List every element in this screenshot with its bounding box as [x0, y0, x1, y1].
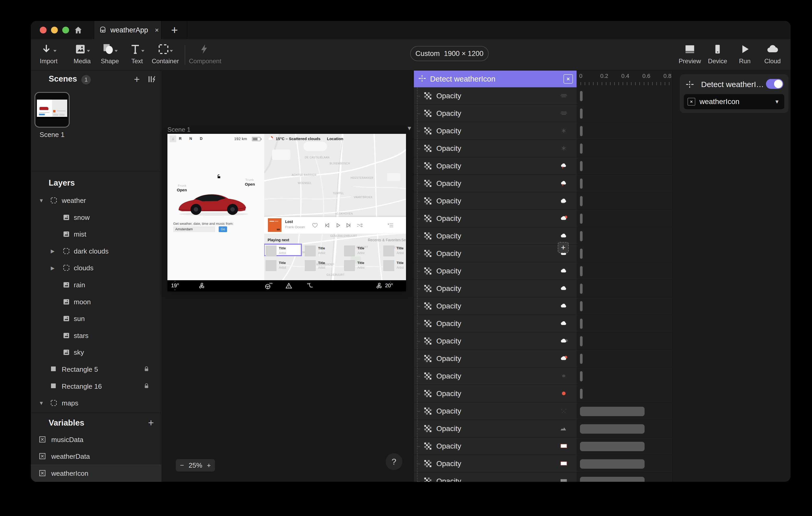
opacity-row[interactable]: Opacity: [414, 315, 577, 333]
opacity-row[interactable]: Opacity: [414, 210, 577, 227]
opacity-row[interactable]: Opacity: [414, 402, 577, 420]
keyframe-marker[interactable]: [580, 249, 583, 259]
opacity-row[interactable]: Opacity: [414, 140, 577, 157]
opacity-row[interactable]: Opacity: [414, 175, 577, 192]
keyframe-marker[interactable]: [580, 109, 583, 119]
canvas-area[interactable]: Scene 1 ♫ R N D 192 km: [162, 70, 413, 482]
opacity-row[interactable]: Opacity: [414, 227, 577, 245]
keyframe-marker[interactable]: [580, 336, 583, 346]
add-keyframe-button[interactable]: +: [558, 242, 569, 253]
timeline-track[interactable]: [577, 367, 672, 385]
variable-row-weatherIcon[interactable]: weatherIcon: [31, 465, 161, 482]
keyframe-marker[interactable]: [580, 161, 583, 171]
song-card[interactable]: TitleArtist: [304, 259, 342, 272]
keyframe-marker[interactable]: [580, 231, 583, 241]
keyframe-marker[interactable]: [580, 318, 583, 329]
opacity-row[interactable]: Opacity: [414, 333, 577, 350]
timeline-value-bar[interactable]: [580, 459, 645, 469]
minimize-window-button[interactable]: [51, 27, 58, 33]
keyframe-marker[interactable]: [580, 196, 583, 206]
zoom-window-button[interactable]: [62, 27, 69, 33]
trigger-variable-icon[interactable]: [563, 74, 573, 84]
shape-tool-button[interactable]: Shape: [94, 42, 125, 68]
temp-right[interactable]: 20°: [385, 282, 393, 289]
fan-icon-right[interactable]: [375, 282, 382, 291]
fan-icon[interactable]: [198, 282, 205, 291]
timeline-track[interactable]: [577, 298, 672, 315]
close-window-button[interactable]: [40, 27, 47, 33]
zoom-out-button[interactable]: −: [180, 461, 184, 469]
city-input[interactable]: Amsterdam: [173, 226, 215, 232]
opacity-row[interactable]: Opacity: [414, 122, 577, 140]
warning-icon[interactable]: [285, 282, 292, 291]
opacity-row[interactable]: Opacity: [414, 157, 577, 175]
help-button[interactable]: ?: [385, 453, 402, 470]
opacity-row[interactable]: Opacity: [414, 455, 577, 473]
keyframe-marker[interactable]: [580, 214, 583, 224]
timeline-track[interactable]: [577, 87, 672, 105]
song-card[interactable]: TitleArtist: [343, 259, 381, 272]
timeline-track[interactable]: [577, 385, 672, 402]
song-card[interactable]: TitleArtist: [265, 259, 303, 272]
scene-canvas-label[interactable]: Scene 1: [167, 126, 191, 133]
timeline-track[interactable]: [577, 473, 672, 482]
canvas-size-selector[interactable]: Custom 1900 × 1200: [410, 46, 489, 61]
keyframe-marker[interactable]: [580, 354, 583, 364]
variable-row-musicData[interactable]: musicData: [31, 431, 161, 448]
song-card[interactable]: TitleArtist: [382, 259, 406, 272]
timeline-track[interactable]: [577, 263, 672, 280]
opacity-row[interactable]: Opacity: [414, 437, 577, 455]
seat-heat-icon[interactable]: [306, 282, 314, 291]
preview-button[interactable]: Preview: [674, 42, 705, 68]
opacity-row[interactable]: Opacity: [414, 263, 577, 280]
keyframe-marker[interactable]: [580, 371, 583, 382]
song-card[interactable]: TitleArtist: [264, 244, 302, 256]
new-tab-button[interactable]: +: [162, 21, 187, 39]
opacity-row[interactable]: Opacity: [414, 280, 577, 298]
opacity-row[interactable]: Opacity: [414, 192, 577, 210]
song-card[interactable]: TitleArtist: [304, 245, 342, 257]
prototype-mockup[interactable]: ♫ R N D 192 km: [167, 134, 406, 292]
opacity-row[interactable]: Opacity: [414, 420, 577, 437]
timeline-track[interactable]: [577, 157, 672, 175]
keyframe-marker[interactable]: [580, 179, 583, 189]
opacity-row[interactable]: Opacity: [414, 473, 577, 482]
keyframe-marker[interactable]: [580, 126, 583, 136]
container-tool-button[interactable]: Container: [150, 42, 181, 68]
keyframe-marker[interactable]: [580, 144, 583, 154]
zoom-level[interactable]: 25%: [188, 461, 202, 469]
keyframe-marker[interactable]: [580, 389, 583, 399]
device-button[interactable]: Device: [702, 42, 733, 68]
steering-heat-icon[interactable]: [265, 282, 272, 291]
song-card[interactable]: TitleArtist: [382, 245, 406, 257]
temp-down-chevron[interactable]: ⌄: [174, 287, 176, 291]
timeline-track[interactable]: [577, 105, 672, 122]
opacity-row[interactable]: Opacity: [414, 385, 577, 402]
tab-weatherapp[interactable]: weatherApp ×: [94, 21, 162, 39]
media-tool-button[interactable]: Media: [66, 42, 98, 68]
song-card[interactable]: TitleArtist: [343, 245, 381, 257]
timeline-track[interactable]: [577, 280, 672, 298]
timeline-track[interactable]: [577, 333, 672, 350]
opacity-row[interactable]: Opacity: [414, 105, 577, 122]
opacity-row[interactable]: Opacity: [414, 245, 577, 263]
keyframe-marker[interactable]: [580, 266, 583, 276]
timeline-value-bar[interactable]: [580, 442, 645, 451]
tab-close-icon[interactable]: ×: [155, 26, 159, 34]
timeline-track[interactable]: [577, 420, 672, 437]
timeline-track[interactable]: [577, 140, 672, 157]
timeline-track[interactable]: [577, 175, 672, 192]
variable-row-weatherData[interactable]: weatherData: [31, 448, 161, 465]
opacity-row[interactable]: Opacity: [414, 298, 577, 315]
trigger-collapse-icon[interactable]: ▼: [407, 125, 412, 132]
keyframe-marker[interactable]: [580, 301, 583, 311]
timeline-value-bar[interactable]: [580, 477, 645, 482]
timeline-value-bar[interactable]: [580, 424, 645, 434]
timeline-track[interactable]: [577, 122, 672, 140]
timeline-track[interactable]: [577, 402, 672, 420]
timeline-track[interactable]: [577, 245, 672, 263]
variable-dropdown[interactable]: weatherIcon ▼: [684, 94, 784, 109]
run-button[interactable]: Run: [729, 42, 760, 68]
zoom-in-button[interactable]: +: [207, 461, 211, 469]
trigger-enabled-toggle[interactable]: [766, 79, 783, 89]
